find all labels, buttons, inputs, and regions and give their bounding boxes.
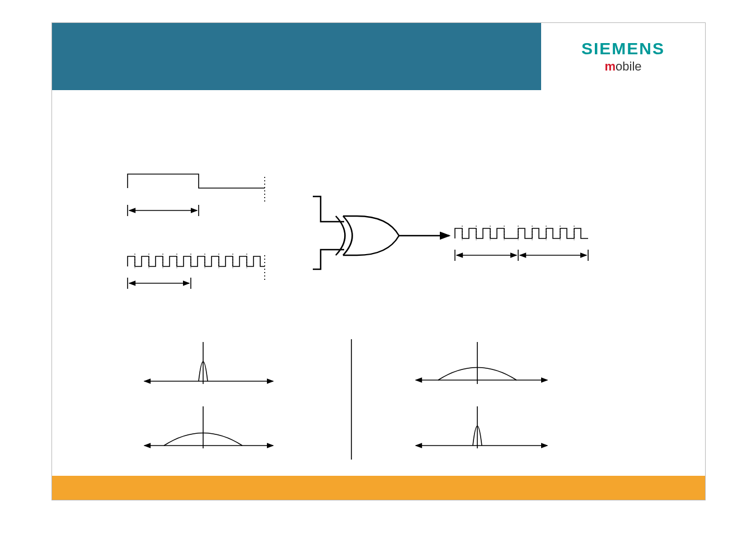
brand-subname: mobile (604, 59, 641, 74)
brand-block: SIEMENS mobile (541, 23, 705, 90)
slide: SIEMENS mobile (51, 22, 706, 500)
spectrum-tx-code (144, 406, 273, 448)
brand-sub-prefix: m (604, 59, 616, 73)
header-title-bar (52, 23, 541, 90)
slide-footer-bar (52, 476, 705, 500)
spread-spectrum-diagram (52, 90, 705, 476)
output-spread-waveform (455, 226, 588, 261)
page: SIEMENS mobile (0, 0, 756, 534)
spectrum-rx-output (416, 406, 547, 448)
spectrum-tx-data (144, 342, 273, 384)
input-data-waveform (128, 174, 265, 216)
brand-sub-rest: obile (616, 59, 641, 73)
slide-header: SIEMENS mobile (52, 23, 705, 90)
xor-input-wires (313, 196, 344, 269)
spectra-group (144, 339, 547, 460)
xor-gate-icon (336, 216, 449, 255)
spectrum-rx-input (416, 342, 547, 384)
brand-name: SIEMENS (581, 39, 665, 58)
input-code-waveform (128, 254, 265, 289)
diagram-area (52, 90, 705, 476)
